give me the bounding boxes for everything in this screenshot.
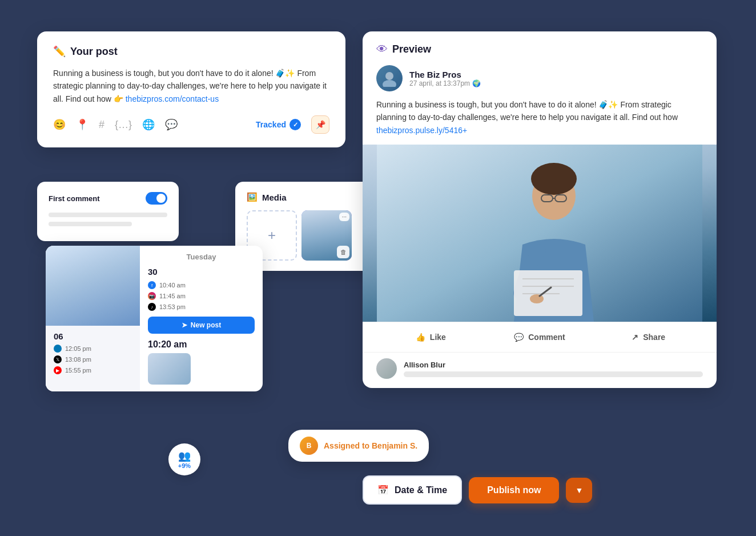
comment-icon[interactable]: 💬 [165,118,178,131]
commenter-area: Allison Blur [404,361,703,377]
schedule-left: 06 12:05 pm 𝕏 13:08 pm ▶ 15:55 pm [46,246,140,391]
fb-profile-info: The Biz Pros 27 april, at 13:37pm 🌍 [409,70,481,87]
time-1020: 10:20 am [148,339,255,350]
first-comment-placeholder [49,213,167,226]
comment-input-placeholder [404,371,703,377]
assigned-toast: B Assigned to Benjamin S. [288,430,429,462]
schedule-right: Tuesday 30 f 10:40 am 📷 11:45 am ♪ 13:53… [140,246,263,391]
fb-actions: 👍 Like 💬 Comment ↗ Share [363,322,717,352]
mention-icon[interactable]: {…} [115,119,132,131]
fb-post-text: Running a business is tough, but you don… [363,98,717,145]
calendar-icon: 📅 [377,485,389,495]
placeholder-line-1 [49,213,167,217]
fb-meta: 27 april, at 13:37pm 🌍 [409,79,481,87]
schedule-time-twitter: 𝕏 13:08 pm [54,355,132,363]
emoji-icon[interactable]: 😊 [53,118,66,131]
like-icon: 👍 [416,333,425,342]
audience-badge: 👥 +9% [168,443,200,475]
first-comment-toggle-row: First comment [49,192,167,205]
pencil-icon: ✏️ [53,45,66,58]
media-thumbnail: ··· 🗑 [301,210,352,261]
day-30: 30 [148,267,255,277]
tracked-badge[interactable]: Tracked ✓ [256,119,301,130]
new-post-button[interactable]: ➤ New post [148,317,255,334]
instagram-dot: 📷 [148,292,156,300]
chevron-down-icon: ▼ [575,486,583,495]
schedule-inner: 06 12:05 pm 𝕏 13:08 pm ▶ 15:55 pm Tuesda… [46,246,263,391]
audience-percent: +9% [178,462,191,469]
schedule-profile-image [46,246,140,326]
media-grid: + ··· 🗑 [247,210,365,261]
schedule-card: 06 12:05 pm 𝕏 13:08 pm ▶ 15:55 pm Tuesda… [46,246,263,391]
publish-now-button[interactable]: Publish now [469,477,559,503]
svg-point-1 [383,80,396,87]
preview-card: 👁 Preview The Biz Pros 27 april, at 13:3… [363,31,717,388]
tiktok-dot: ♪ [148,303,156,311]
globe-meta-icon: 🌍 [472,79,481,87]
placeholder-line-2 [49,222,132,226]
date-time-button[interactable]: 📅 Date & Time [363,475,462,505]
share-icon: ↗ [632,333,638,342]
mini-thumbnail [148,353,191,385]
fb-person-image [363,145,717,322]
time-instagram: 📷 11:45 am [148,292,255,300]
youtube-dot: ▶ [54,366,62,374]
facebook-dot: f [148,281,156,289]
person-image [46,246,140,326]
fb-post-header: The Biz Pros 27 april, at 13:37pm 🌍 [363,56,717,98]
first-comment-label: First comment [49,194,100,203]
twitter-dot: 𝕏 [54,355,62,363]
tracked-check-icon: ✓ [289,119,301,130]
toast-avatar: B [300,437,318,455]
post-toolbar: 😊 📍 # {…} 🌐 💬 Tracked ✓ 📌 [53,115,329,134]
tuesday-label: Tuesday [148,253,255,261]
first-comment-card: First comment [37,182,179,241]
media-icon: 🖼️ [247,192,258,202]
svg-point-13 [530,294,544,303]
share-button[interactable]: ↗ Share [594,329,703,345]
media-title: 🖼️ Media [247,192,365,202]
svg-point-5 [531,163,577,195]
preview-header: 👁 Preview [363,31,717,56]
eye-icon: 👁 [376,43,388,56]
time-facebook: f 10:40 am [148,281,255,289]
media-options-button[interactable]: ··· [339,213,349,221]
post-text: Running a business is tough, but you don… [53,67,329,105]
fb-post-image [363,145,717,322]
hashtag-icon[interactable]: # [99,119,104,131]
schedule-time-youtube: ▶ 15:55 pm [54,366,132,374]
fb-comment-section: Allison Blur [363,352,717,388]
linkedin-dot [54,345,62,353]
comment-icon-fb: 💬 [514,333,524,342]
like-button[interactable]: 👍 Like [376,329,485,345]
time-tiktok: ♪ 13:53 pm [148,303,255,311]
globe-icon[interactable]: 🌐 [142,118,155,131]
post-link[interactable]: thebizpros.com/contact-us [126,94,219,103]
your-post-card: ✏️ Your post Running a business is tough… [37,31,345,147]
fb-profile-avatar [376,65,403,91]
location-icon[interactable]: 📍 [76,118,89,131]
audience-icon: 👥 [178,450,191,462]
your-post-title: ✏️ Your post [53,45,329,58]
first-comment-toggle[interactable] [146,192,167,205]
media-delete-button[interactable]: 🗑 [337,246,349,258]
preview-title: Preview [392,43,431,55]
day-06: 06 [54,331,132,341]
svg-point-0 [385,72,393,80]
bottom-bar: 📅 Date & Time Publish now ▼ [363,475,592,505]
commenter-name: Allison Blur [404,361,703,369]
schedule-numbers: 06 12:05 pm 𝕏 13:08 pm ▶ 15:55 pm [46,326,140,383]
schedule-time-linkedin: 12:05 pm [54,345,132,353]
comment-button[interactable]: 💬 Comment [485,329,594,345]
pin-button[interactable]: 📌 [311,115,329,134]
publish-dropdown-button[interactable]: ▼ [566,478,592,503]
commenter-avatar [376,358,397,379]
fb-post-link[interactable]: thebizpros.pulse.ly/5416+ [376,126,467,135]
send-icon: ➤ [182,321,187,329]
assigned-text: Assigned to Benjamin S. [324,441,417,450]
fb-name: The Biz Pros [409,70,481,79]
